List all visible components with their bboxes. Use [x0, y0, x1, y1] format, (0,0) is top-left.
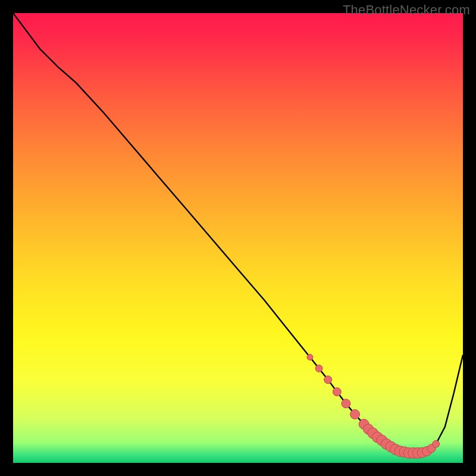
watermark-label: TheBottleNecker.com: [343, 2, 470, 18]
highlight-dot: [342, 399, 350, 408]
highlight-dot: [307, 354, 313, 360]
highlight-dot: [324, 376, 332, 384]
highlight-dot: [333, 388, 341, 396]
gradient-background: [13, 13, 463, 463]
highlight-dot: [315, 365, 322, 372]
bottleneck-chart: [13, 13, 463, 463]
highlight-dot: [433, 440, 440, 447]
chart-stage: TheBottleNecker.com: [0, 0, 476, 476]
highlight-dot: [350, 409, 360, 419]
